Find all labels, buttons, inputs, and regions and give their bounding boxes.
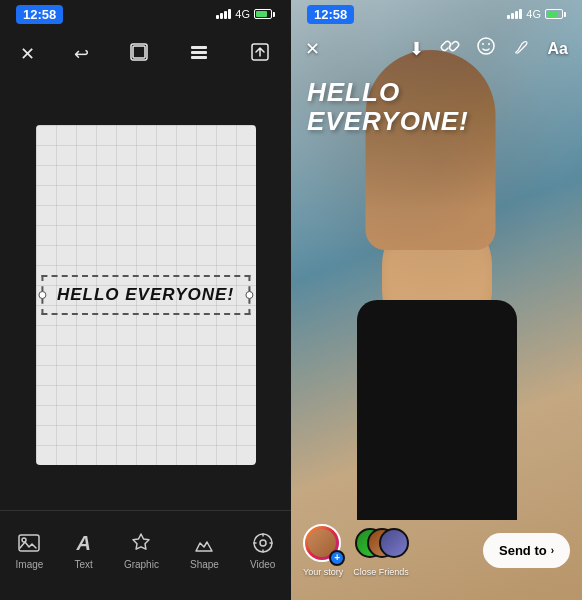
- right-status-bar: 12:58 4G: [291, 0, 582, 28]
- right-panel: 12:58 4G ✕ ⬇: [291, 0, 582, 600]
- shape-tool[interactable]: Shape: [190, 531, 219, 570]
- left-status-icons: 4G: [216, 8, 275, 20]
- bottom-toolbar: Image A Text Graphic Shape Video: [0, 510, 291, 600]
- video-tool[interactable]: Video: [250, 531, 275, 570]
- svg-rect-1: [133, 46, 145, 58]
- close-friends-option[interactable]: Close Friends: [353, 524, 409, 577]
- right-battery-body: [545, 9, 563, 19]
- image-tool[interactable]: Image: [16, 531, 44, 570]
- left-panel: 12:58 4G ✕ ↩: [0, 0, 291, 600]
- your-story-avatar-wrapper: +: [303, 524, 343, 564]
- image-icon: [17, 531, 41, 555]
- close-friends-avatar-3: [379, 528, 409, 558]
- graphic-icon: [129, 531, 153, 555]
- right-signal-bars: [507, 9, 522, 19]
- layers-button[interactable]: [128, 41, 150, 68]
- battery-icon: [254, 9, 275, 19]
- right-battery-tip: [564, 12, 566, 17]
- image-tool-label: Image: [16, 559, 44, 570]
- close-button[interactable]: ✕: [20, 43, 35, 65]
- overlay-text[interactable]: HELLO EVERYONE!: [307, 78, 566, 135]
- svg-point-10: [478, 38, 494, 54]
- battery-tip: [273, 12, 275, 17]
- text-mode-button[interactable]: Aa: [548, 40, 568, 58]
- signal-bar-2: [220, 13, 223, 19]
- svg-point-12: [488, 43, 490, 45]
- right-bottom-bar: + Your story Close Friends Send to ›: [291, 510, 582, 600]
- send-to-chevron-icon: ›: [551, 545, 554, 556]
- signal-bar-1: [216, 15, 219, 19]
- left-time: 12:58: [16, 5, 63, 24]
- canvas-wrapper: HELLO EVERYONE!: [36, 125, 256, 465]
- right-battery-icon: [545, 9, 566, 19]
- graphic-tool[interactable]: Graphic: [124, 531, 159, 570]
- your-story-option[interactable]: + Your story: [303, 524, 343, 577]
- canvas-text-label: HELLO EVERYONE!: [57, 285, 234, 305]
- svg-point-6: [22, 538, 26, 542]
- signal-bar-4: [228, 9, 231, 19]
- svg-point-11: [482, 43, 484, 45]
- person-body: [357, 300, 517, 520]
- video-icon: [251, 531, 275, 555]
- right-battery-fill: [547, 11, 558, 17]
- r-signal-bar-2: [511, 13, 514, 19]
- r-signal-bar-3: [515, 11, 518, 19]
- graphic-tool-label: Graphic: [124, 559, 159, 570]
- right-time: 12:58: [307, 5, 354, 24]
- story-options: + Your story Close Friends: [303, 524, 409, 577]
- text-tool[interactable]: A Text: [74, 532, 92, 570]
- canvas-text-element[interactable]: HELLO EVERYONE!: [41, 275, 250, 315]
- network-label: 4G: [235, 8, 250, 20]
- handle-right[interactable]: [245, 291, 253, 299]
- handle-left[interactable]: [38, 291, 46, 299]
- close-friends-label: Close Friends: [353, 567, 409, 577]
- svg-rect-4: [191, 56, 207, 59]
- stack-button[interactable]: [188, 41, 210, 68]
- shape-icon: [192, 531, 216, 555]
- left-status-bar: 12:58 4G: [0, 0, 291, 28]
- right-toolbar-actions: ⬇ Aa: [409, 36, 568, 61]
- signal-bars: [216, 9, 231, 19]
- right-top-toolbar: ✕ ⬇ Aa: [291, 28, 582, 69]
- undo-button[interactable]: ↩: [74, 43, 89, 65]
- r-signal-bar-4: [519, 9, 522, 19]
- your-story-label: Your story: [303, 567, 343, 577]
- download-button[interactable]: ⬇: [409, 38, 424, 60]
- right-network-label: 4G: [526, 8, 541, 20]
- r-signal-bar-1: [507, 15, 510, 19]
- shape-tool-label: Shape: [190, 559, 219, 570]
- svg-rect-2: [191, 46, 207, 49]
- left-top-toolbar: ✕ ↩: [0, 28, 291, 80]
- signal-bar-3: [224, 11, 227, 19]
- right-status-icons: 4G: [507, 8, 566, 20]
- svg-rect-3: [191, 51, 207, 54]
- send-to-button[interactable]: Send to ›: [483, 533, 570, 568]
- send-to-label: Send to: [499, 543, 547, 558]
- link-button[interactable]: [440, 36, 460, 61]
- share-button[interactable]: [249, 41, 271, 68]
- video-tool-label: Video: [250, 559, 275, 570]
- draw-button[interactable]: [512, 36, 532, 61]
- battery-fill: [256, 11, 267, 17]
- right-close-button[interactable]: ✕: [305, 38, 320, 60]
- your-story-plus: +: [329, 550, 345, 566]
- close-friends-avatar-wrapper: [355, 524, 407, 564]
- canvas-area: HELLO EVERYONE!: [0, 80, 291, 510]
- svg-point-9: [260, 540, 266, 546]
- battery-body: [254, 9, 272, 19]
- text-tool-label: Text: [74, 559, 92, 570]
- text-icon: A: [76, 532, 90, 555]
- sticker-button[interactable]: [476, 36, 496, 61]
